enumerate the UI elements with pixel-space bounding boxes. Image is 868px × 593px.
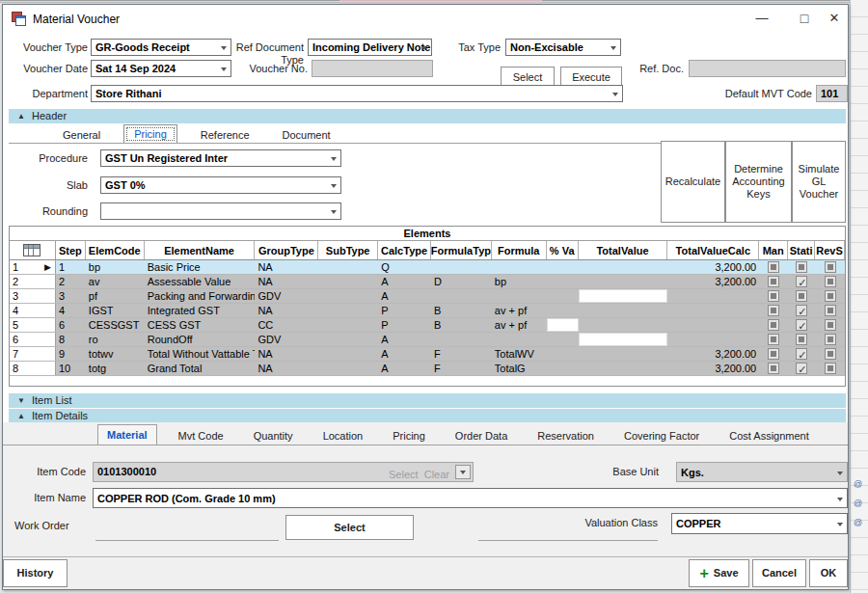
cell-formula_typ[interactable]: F: [431, 362, 492, 375]
department-combobox[interactable]: Store Rithani: [91, 85, 623, 102]
checkbox-man[interactable]: [768, 276, 779, 287]
determine-accounting-keys-button[interactable]: Determine Accounting Keys: [725, 141, 792, 223]
column-header-pct_va[interactable]: % Va: [547, 241, 579, 259]
cell-stati[interactable]: [788, 362, 815, 375]
cell-formula_typ[interactable]: B: [431, 318, 492, 332]
cell-element_name[interactable]: Basic Price: [145, 260, 256, 274]
column-header-total_value_calc[interactable]: TotalValueCalc: [667, 241, 759, 259]
cell-total_value[interactable]: [579, 318, 668, 332]
cell-elem_code[interactable]: ro: [86, 333, 145, 346]
cell-sub_type[interactable]: [318, 260, 378, 274]
cell-elem_code[interactable]: totg: [86, 362, 145, 375]
cell-formula_typ[interactable]: [431, 260, 492, 274]
row-header[interactable]: 3: [10, 289, 56, 303]
cell-sub_type[interactable]: [318, 304, 378, 317]
cell-pct_va[interactable]: [547, 289, 579, 303]
checkbox-stati[interactable]: [796, 261, 807, 273]
row-header[interactable]: 2: [10, 275, 56, 288]
cell-revs[interactable]: [815, 289, 845, 303]
checkbox-revs[interactable]: [825, 276, 836, 287]
cell-total_value[interactable]: [579, 304, 668, 317]
cell-pct_va[interactable]: [547, 333, 579, 346]
history-button[interactable]: History: [3, 559, 68, 587]
cell-total_value_calc[interactable]: [667, 318, 759, 332]
cell-calc_type[interactable]: A: [378, 289, 431, 303]
row-header[interactable]: 5: [10, 318, 56, 332]
row-header[interactable]: 8: [10, 362, 56, 375]
cell-step[interactable]: 10: [56, 362, 86, 375]
cell-calc_type[interactable]: A: [378, 362, 431, 375]
checkbox-stati[interactable]: [796, 319, 807, 331]
cell-elem_code[interactable]: av: [86, 275, 145, 288]
ok-button[interactable]: OK: [809, 559, 848, 587]
checkbox-revs[interactable]: [825, 363, 836, 374]
cell-step[interactable]: 2: [56, 275, 86, 288]
cell-man[interactable]: [759, 333, 788, 346]
cell-element_name[interactable]: Integrated GST: [145, 304, 256, 317]
cell-pct_va[interactable]: [547, 347, 579, 361]
cell-element_name[interactable]: Assessable Value: [145, 275, 256, 288]
column-header-group_type[interactable]: GroupType: [255, 241, 318, 259]
cell-stati[interactable]: [788, 347, 815, 361]
checkbox-man[interactable]: [768, 348, 779, 360]
checkbox-man[interactable]: [768, 305, 779, 316]
checkbox-stati[interactable]: [796, 348, 807, 360]
close-button[interactable]: [821, 10, 848, 27]
item-code-select-link[interactable]: Select: [389, 469, 419, 480]
cell-pct_va[interactable]: [547, 362, 579, 375]
tax-type-combobox[interactable]: Non-Excisable: [505, 39, 621, 56]
cell-elem_code[interactable]: pf: [86, 289, 145, 303]
cell-calc_type[interactable]: A: [378, 275, 431, 288]
cell-group_type[interactable]: NA: [255, 260, 318, 274]
cell-formula_typ[interactable]: B: [431, 304, 492, 317]
item-code-select-clear[interactable]: Select Clear: [389, 466, 449, 484]
checkbox-revs[interactable]: [825, 319, 836, 331]
cell-group_type[interactable]: NA: [255, 304, 318, 317]
cell-calc_type[interactable]: A: [378, 333, 431, 346]
cell-revs[interactable]: [815, 333, 845, 346]
cell-element_name[interactable]: Total Without Vattable Ta: [145, 347, 256, 361]
cell-element_name[interactable]: CESS GST: [145, 318, 256, 332]
cell-total_value[interactable]: [579, 275, 668, 288]
cell-group_type[interactable]: GDV: [255, 333, 318, 346]
column-header-man[interactable]: Man: [759, 241, 788, 259]
cell-total_value_calc[interactable]: [667, 304, 759, 317]
cell-revs[interactable]: [815, 318, 845, 332]
cell-step[interactable]: 3: [56, 289, 86, 303]
cell-stati[interactable]: [788, 304, 815, 317]
header-tab-pricing[interactable]: Pricing: [123, 124, 177, 144]
cell-man[interactable]: [759, 362, 788, 375]
column-header-calc_type[interactable]: CalcType: [378, 241, 431, 259]
cell-total_value[interactable]: [579, 362, 668, 375]
element-row-bp[interactable]: 11bpBasic PriceNAQ3,200.00: [10, 260, 845, 275]
cell-stati[interactable]: [788, 318, 815, 332]
cell-calc_type[interactable]: P: [378, 318, 431, 332]
cell-pct_va[interactable]: [547, 275, 579, 288]
ref-document-type-combobox[interactable]: Incoming Delivery Note: [308, 39, 432, 56]
cell-group_type[interactable]: CC: [255, 318, 318, 332]
cell-calc_type[interactable]: A: [378, 347, 431, 361]
column-header-step[interactable]: Step: [56, 241, 86, 259]
checkbox-man[interactable]: [768, 261, 779, 273]
rounding-combobox[interactable]: [100, 202, 341, 220]
cell-total_value_calc[interactable]: 3,200.00: [667, 362, 759, 375]
cell-revs[interactable]: [815, 275, 845, 288]
valuation-class-combobox[interactable]: COPPER: [671, 513, 848, 534]
header-section-bar[interactable]: Header: [9, 109, 846, 123]
cell-formula[interactable]: [492, 333, 547, 346]
item-code-clear-link[interactable]: Clear: [424, 469, 449, 480]
cell-total_value_calc[interactable]: 3,200.00: [667, 347, 759, 361]
element-row-IGST[interactable]: 44IGSTIntegrated GSTNAPBav + pf: [10, 304, 845, 318]
column-header-stati[interactable]: Stati: [788, 241, 815, 259]
cell-man[interactable]: [759, 260, 788, 274]
cell-formula[interactable]: TotalG: [492, 362, 547, 375]
cell-man[interactable]: [759, 318, 788, 332]
item-tab-reservation[interactable]: Reservation: [529, 426, 603, 445]
cell-group_type[interactable]: GDV: [255, 289, 318, 303]
cell-calc_type[interactable]: Q: [378, 260, 431, 274]
work-order-select-button[interactable]: Select: [285, 515, 414, 540]
cell-step[interactable]: 9: [56, 347, 86, 361]
cell-formula[interactable]: TotalWV: [492, 347, 547, 361]
cell-total_value_calc[interactable]: [667, 333, 759, 346]
cell-total_value_calc[interactable]: 3,200.00: [667, 275, 759, 288]
